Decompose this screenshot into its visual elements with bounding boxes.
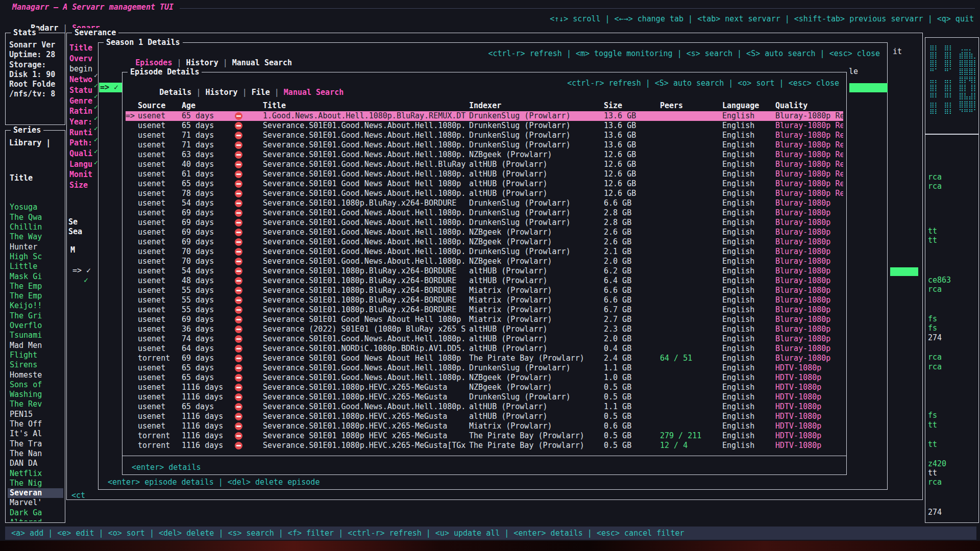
- result-size: 13.6 GB: [604, 121, 660, 131]
- search-result-row[interactable]: usenet71 daysSeverance.S01E01.Good.News.…: [126, 131, 843, 140]
- search-result-row[interactable]: usenet69 daysSeverance S01E01 Good News …: [126, 315, 843, 324]
- series-list-item[interactable]: DAN DA: [8, 459, 63, 468]
- series-list-item[interactable]: The Nig: [8, 479, 63, 488]
- result-indexer: Miatrix (Prowlarr): [469, 295, 604, 305]
- result-language: English: [722, 121, 775, 131]
- series-list-item[interactable]: Washing: [8, 390, 63, 399]
- search-result-row[interactable]: usenet78 daysSeverance.S01E01.Good.News.…: [126, 189, 843, 198]
- series-list-item[interactable]: Tsunami: [8, 331, 63, 340]
- search-result-row[interactable]: usenet40 daysSeverance.S01E01.Good.News.…: [126, 160, 843, 169]
- result-language: English: [722, 441, 775, 450]
- series-list-item[interactable]: Overflo: [8, 321, 63, 331]
- search-result-row[interactable]: usenet74 daysSeverance.S01E01.Good.News.…: [126, 334, 843, 344]
- search-result-row[interactable]: usenet65 daysSeverance.S01E01.Good.News.…: [126, 363, 843, 373]
- tab-separator: |: [196, 88, 201, 97]
- series-list-item[interactable]: Netflix: [8, 469, 63, 479]
- series-list-item[interactable]: High Sc: [8, 252, 63, 262]
- search-result-row[interactable]: torrent1116 daysSeverance S01E01 1080p H…: [126, 431, 843, 441]
- logo-art-line: ⠛⠁⠀⠛⠁⠀⣿⣿⣿⡇: [929, 67, 978, 76]
- search-result-row[interactable]: usenet1116 daysSeverance.S01E01.1080p.HE…: [126, 421, 843, 431]
- search-result-row[interactable]: usenet70 daysSeverance.S01E01.Good.News.…: [126, 247, 843, 257]
- series-list-item[interactable]: The Qwa: [8, 213, 63, 222]
- search-result-row[interactable]: usenet69 daysSeverance.S01E01.Good.News.…: [126, 218, 843, 228]
- managarr-tui: Managarr — A Servarr management TUI Rada…: [0, 0, 980, 551]
- series-list-item[interactable]: Dark Ga: [8, 508, 63, 518]
- search-result-row[interactable]: usenet1116 daysSeverance.S01E01.1080p.HE…: [126, 383, 843, 392]
- bottom-keybinds: <a> add | <e> edit | <o> sort | <del> de…: [11, 529, 684, 538]
- tab-season-manual-search[interactable]: Manual Search: [232, 58, 292, 67]
- result-quality: HDTV-1080p: [775, 421, 843, 431]
- search-result-row[interactable]: usenet61 daysSeverance.S01E01.Good.News.…: [126, 169, 843, 179]
- series-list-item[interactable]: PEN15: [8, 410, 63, 419]
- search-result-row[interactable]: usenet1116 daysSeverance.S01E01.1080p.HE…: [126, 412, 843, 421]
- search-result-row[interactable]: usenet71 daysSeverance.S01E01.Good.News.…: [126, 140, 843, 150]
- result-size: 13.6 GB: [604, 140, 660, 150]
- series-list-item[interactable]: Flight: [8, 350, 63, 360]
- series-list-item[interactable]: Sons of: [8, 380, 63, 390]
- search-result-row[interactable]: usenet54 daysSeverance.S01E01.1080p.BluR…: [126, 198, 843, 208]
- search-result-row[interactable]: usenet63 daysSeverance.S01E01.Good.News.…: [126, 150, 843, 160]
- result-source: usenet: [138, 363, 182, 373]
- series-list-item[interactable]: Sirens: [8, 360, 63, 370]
- result-reject-cell: [235, 132, 263, 139]
- series-list-item[interactable]: The Nan: [8, 449, 63, 459]
- series-list-item[interactable]: Marvel': [8, 498, 63, 508]
- tab-ep-file[interactable]: File: [252, 88, 270, 97]
- search-result-row[interactable]: usenet36 daysSeverance (2022) S01E01 (10…: [126, 324, 843, 334]
- series-list-item[interactable]: The Emp: [8, 282, 63, 291]
- series-list-item[interactable]: Keijo!!: [8, 301, 63, 311]
- rejected-icon: [235, 199, 242, 207]
- result-reject-cell: [235, 122, 263, 130]
- search-result-row[interactable]: torrent1116 daysSeverance.S01E01.1080p.H…: [126, 441, 843, 450]
- result-title: Severance.S01E01.Good.News.About.Hell.10…: [263, 363, 469, 373]
- series-list-item[interactable]: Hunter: [8, 242, 63, 252]
- series-list-item[interactable]: Mask Gi: [8, 272, 63, 282]
- tab-ep-manual-search[interactable]: Manual Search: [284, 88, 344, 97]
- result-quality: Bluray-1080p Re: [775, 179, 843, 189]
- tab-ep-details[interactable]: Details: [159, 88, 191, 97]
- series-list-item[interactable]: The Off: [8, 419, 63, 429]
- season-modal-keybinds: <ctrl-r> refresh | <m> toggle monitoring…: [488, 49, 880, 58]
- search-result-row[interactable]: usenet70 daysSeverance.S01E01.Good.News.…: [126, 257, 843, 266]
- search-result-row[interactable]: usenet1116 daysSeverance.S01E01.1080p.HE…: [126, 392, 843, 402]
- series-list-item[interactable]: Little: [8, 262, 63, 271]
- result-source: usenet: [138, 237, 182, 247]
- search-result-row[interactable]: usenet55 daysSeverance.S01E01.1080p.BluR…: [126, 295, 843, 305]
- result-language: English: [722, 324, 775, 334]
- series-list-item[interactable]: The Rev: [8, 399, 63, 409]
- rejected-icon: [235, 403, 242, 411]
- tab-ep-history[interactable]: History: [205, 88, 237, 97]
- stats-line: Storage:: [9, 60, 63, 70]
- series-list-item[interactable]: The Gri: [8, 311, 63, 321]
- series-column-header: Title: [8, 173, 63, 183]
- series-list-item[interactable]: Mad Men: [8, 341, 63, 350]
- tab-season-history[interactable]: History: [186, 58, 218, 67]
- series-list-item[interactable]: The Tra: [8, 439, 63, 449]
- search-result-row[interactable]: usenet55 daysSeverance.S01E01.1080p.BluR…: [126, 286, 843, 295]
- series-list-item[interactable]: The Emp: [8, 291, 63, 301]
- search-result-row[interactable]: usenet65 daysSeverance.S01E01.Good.News.…: [126, 373, 843, 383]
- search-result-row[interactable]: usenet48 daysSeverance.S01E01.1080p.BluR…: [126, 276, 843, 286]
- tab-episodes[interactable]: Episodes: [135, 58, 172, 67]
- series-list-item[interactable]: It's Al: [8, 429, 63, 439]
- series-list-item[interactable]: Severan: [8, 488, 63, 498]
- search-result-row[interactable]: usenet55 daysSeverance.S01E01.1080p.BluR…: [126, 305, 843, 315]
- search-result-row[interactable]: torrent69 daysSeverance S01E01 Good News…: [126, 354, 843, 363]
- series-list-item[interactable]: Altered: [8, 518, 63, 521]
- search-result-row[interactable]: usenet54 daysSeverance.S01E01.1080p.BluR…: [126, 266, 843, 276]
- search-result-row[interactable]: usenet64 daysSeverance.S01E01.NORDiC.108…: [126, 344, 843, 354]
- search-result-row[interactable]: usenet65 daysSeverance.S01E01.Good.News.…: [126, 402, 843, 412]
- series-list-item[interactable]: Homeste: [8, 370, 63, 380]
- search-result-row[interactable]: usenet69 daysSeverance.S01E01.Good.News.…: [126, 228, 843, 237]
- result-size: 12.6 GB: [604, 169, 660, 179]
- search-result-row[interactable]: usenet69 daysSeverance.S01E01.Good.News.…: [126, 237, 843, 247]
- search-result-row[interactable]: usenet65 daysSeverance.S01E01 Good News …: [126, 179, 843, 189]
- series-list-item[interactable]: Chillin: [8, 222, 63, 232]
- result-size: 2.0 GB: [604, 334, 660, 344]
- search-result-row[interactable]: =>usenet65 days1.Good.News.About.Hell.10…: [126, 111, 843, 121]
- series-list-item[interactable]: Yosuga: [8, 203, 63, 212]
- search-result-row[interactable]: usenet65 daysSeverance.S01E01.Good.News.…: [126, 121, 843, 131]
- series-library-tab[interactable]: Library |: [9, 138, 51, 147]
- series-list-item[interactable]: The Way: [8, 232, 63, 242]
- search-result-row[interactable]: usenet69 daysSeverance.S01E01.Good.News.…: [126, 208, 843, 218]
